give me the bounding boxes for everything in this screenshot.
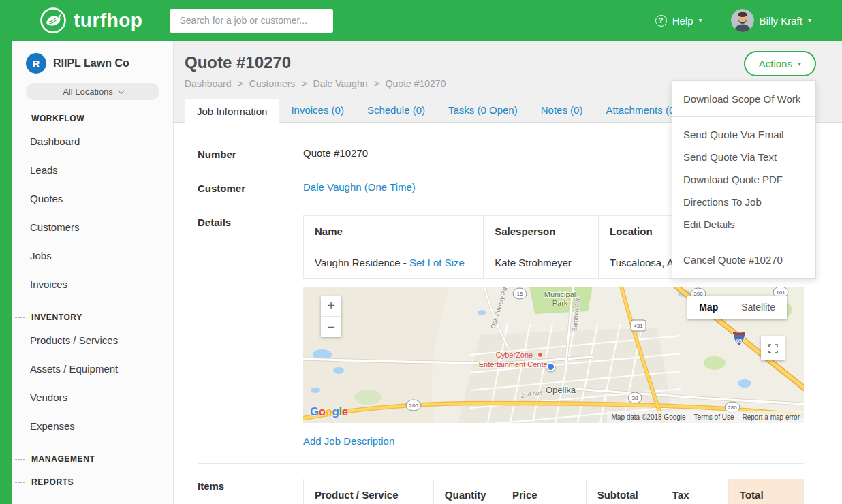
sidebar-nav: WORKFLOW Dashboard Leads Quotes Customer… [12,114,173,487]
park-label-line1: Municipal [544,290,576,298]
menu-item-send-quote-via-text[interactable]: Send Quote Via Text [672,146,815,168]
items-header-row: Product / Service Quantity Price Subtota… [304,479,804,504]
main-content: Quote #10270 Dashboard > Customers > Dal… [174,41,842,504]
chevron-down-icon: ▾ [798,61,801,67]
svg-text:431: 431 [634,323,643,329]
svg-text:280: 280 [728,405,737,411]
company-name: RIIPL Lawn Co [53,57,129,69]
help-menu[interactable]: ? Help ▾ [655,15,702,27]
zoom-in-button[interactable]: + [321,296,341,317]
nav-section-reports[interactable]: REPORTS [12,477,173,487]
svg-text:161: 161 [776,289,785,296]
help-icon: ? [655,15,667,27]
chevron-down-icon: ▾ [699,17,702,24]
breadcrumb-customers[interactable]: Customers [249,78,296,89]
customer-label: Customer [198,181,303,194]
sidebar-item-dashboard[interactable]: Dashboard [12,127,173,156]
help-label: Help [672,15,693,27]
sidebar-item-customers[interactable]: Customers [12,213,173,242]
sidebar-item-jobs[interactable]: Jobs [12,242,173,270]
location-marker-icon[interactable] [546,362,555,371]
actions-button[interactable]: Actions ▾ [744,51,816,76]
menu-item-edit-details[interactable]: Edit Details [672,213,815,236]
customer-link[interactable]: Dale Vaughn [303,181,362,193]
chevron-down-icon [118,87,125,94]
breadcrumb-dashboard[interactable]: Dashboard [185,78,232,89]
map-view-button[interactable]: Map [687,296,730,319]
customer-type-link[interactable]: (One Time) [364,181,416,193]
city-label: Opelika [546,385,576,395]
menu-item-download-scope-of-work[interactable]: Download Scope Of Work [672,88,815,110]
tab-invoices[interactable]: Invoices (0) [279,98,356,122]
company-header: R RIIPL Lawn Co [12,41,173,74]
sidebar: R RIIPL Lawn Co All Locations WORKFLOW D… [0,41,174,504]
svg-text:85: 85 [736,338,742,344]
salesperson-cell: Kate Strohmeyer [484,247,599,279]
page-title: Quote #10270 [185,53,816,72]
details-label: Details [198,215,303,228]
breadcrumb-current: Quote #10270 [386,78,446,89]
google-logo[interactable]: Google [310,405,348,419]
add-job-description-link[interactable]: Add Job Description [303,435,394,447]
tab-job-information[interactable]: Job Information [185,99,279,123]
items-header-price: Price [501,479,586,504]
map-data-credit: Map data ©2018 Google [611,413,685,421]
actions-button-label: Actions [759,58,792,69]
tab-schedule[interactable]: Schedule (0) [356,98,437,122]
zoom-out-button[interactable]: − [321,317,341,337]
topbar-right: ? Help ▾ Billy Kraft ▾ [655,9,811,32]
satellite-view-button[interactable]: Satellite [730,296,787,319]
menu-divider [672,116,815,117]
tab-notes[interactable]: Notes (0) [529,98,595,122]
poi-dot-icon [538,353,543,358]
nav-section-workflow: WORKFLOW [12,114,173,123]
nav-section-management[interactable]: MANAGEMENT [12,454,173,464]
number-label: Number [198,147,303,160]
breadcrumb-customer-name[interactable]: Dale Vaughn [313,78,368,89]
breadcrumb-separator: > [301,78,307,89]
avatar [731,9,754,32]
menu-item-download-quote-pdf[interactable]: Download Quote PDF [672,168,815,191]
sidebar-item-leads[interactable]: Leads [12,156,173,185]
details-header-salesperson: Salesperson [484,216,599,247]
sidebar-item-quotes[interactable]: Quotes [12,185,173,213]
user-menu[interactable]: Billy Kraft ▾ [731,9,811,32]
sidebar-item-invoices[interactable]: Invoices [12,270,173,299]
report-map-error-link[interactable]: Report a map error [743,413,800,421]
items-header-subtotal: Subtotal [586,479,661,504]
search-input[interactable] [170,9,333,33]
items-header-tax: Tax [661,479,728,504]
sidebar-item-expenses[interactable]: Expenses [12,412,173,441]
menu-item-directions-to-job[interactable]: Directions To Job [672,191,815,213]
property-name-cell: Vaughn Residence - Set Lot Size [304,247,484,279]
locations-label: All Locations [63,86,113,97]
brand-name: turfhop [74,10,142,31]
set-lot-size-link[interactable]: Set Lot Size [409,257,465,268]
sidebar-item-assets-equipment[interactable]: Assets / Equipment [12,355,173,383]
tab-tasks[interactable]: Tasks (0 Open) [437,98,529,122]
sidebar-accent-strip [0,41,12,504]
svg-text:280: 280 [409,403,418,409]
company-logo-icon: R [26,53,46,74]
breadcrumb-separator: > [238,78,243,89]
locations-selector[interactable]: All Locations [26,83,159,100]
breadcrumb-separator: > [373,78,379,89]
map-attribution: Map data ©2018 Google Terms of Use Repor… [607,411,804,423]
fullscreen-icon [768,344,778,353]
sidebar-item-products-services[interactable]: Products / Services [12,326,173,355]
items-header-product: Product / Service [304,479,434,504]
map-type-controls: Map Satellite [687,296,787,319]
nav-section-inventory: INVENTORY [12,313,173,322]
menu-item-send-quote-via-email[interactable]: Send Quote Via Email [672,123,815,146]
poi-label-line2: Entertainment Center [479,360,550,368]
brand-logo[interactable]: turfhop [40,7,142,34]
job-location-map[interactable]: 15 390 161 431 85 280 38 280 [303,287,804,423]
fullscreen-button[interactable] [761,336,785,360]
items-header-total: Total [728,479,803,504]
terms-of-use-link[interactable]: Terms of Use [694,413,734,421]
sidebar-item-vendors[interactable]: Vendors [12,383,173,412]
menu-item-cancel-quote[interactable]: Cancel Quote #10270 [672,249,815,271]
turfhop-bird-icon [40,7,67,34]
items-table: Product / Service Quantity Price Subtota… [303,479,804,504]
park-label-line2: Park [552,299,568,307]
